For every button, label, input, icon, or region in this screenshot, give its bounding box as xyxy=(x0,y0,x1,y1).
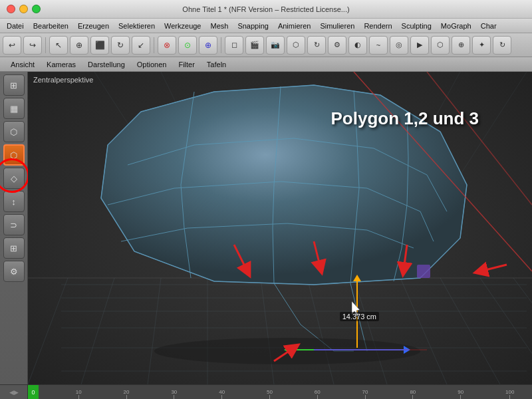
ruler-mark-100: 100 xyxy=(505,389,514,399)
ruler-mark-20: 20 xyxy=(124,389,130,399)
menu-item-animieren[interactable]: Animieren xyxy=(274,21,315,31)
menu-item-mesh[interactable]: Mesh xyxy=(206,21,232,31)
ruler-mark-10: 10 xyxy=(76,389,82,399)
toolbar-extra-3[interactable]: ⬡ xyxy=(287,36,305,55)
ruler-mark-70: 70 xyxy=(362,389,368,399)
gear-tool[interactable]: ⚙ xyxy=(3,261,25,282)
close-button[interactable] xyxy=(7,5,15,13)
ruler-origin: ◀▶ xyxy=(9,389,19,396)
menu-item-datei[interactable]: Datei xyxy=(3,21,28,31)
menu-item-snapping[interactable]: Snapping xyxy=(233,21,273,31)
toolbar-extra-11[interactable]: ⊕ xyxy=(452,36,470,55)
bottom-ruler: ◀▶ 01020304050607080901000 xyxy=(0,384,532,399)
undo-button[interactable]: ↩ xyxy=(3,36,21,55)
ruler-mark-60: 60 xyxy=(315,389,321,399)
toolbar-extra-12[interactable]: ✦ xyxy=(472,36,491,55)
ruler-mark-90: 90 xyxy=(458,389,464,399)
z-axis-button[interactable]: ⊕ xyxy=(199,36,217,55)
arrow-tool[interactable]: ↕ xyxy=(3,191,25,212)
menu-item-selektieren[interactable]: Selektieren xyxy=(114,21,159,31)
keyframe-indicator: 0 xyxy=(28,385,39,399)
menu-item-mograph[interactable]: MoGraph xyxy=(437,21,475,31)
toolbar-extra-4[interactable]: ↻ xyxy=(307,36,326,55)
measurement-label: 14.373 cm xyxy=(340,312,379,321)
toolbar-extra-8[interactable]: ◎ xyxy=(390,36,408,55)
checker-tool[interactable]: ▦ xyxy=(3,98,25,119)
toolbar-extra-6[interactable]: ◐ xyxy=(348,36,367,55)
menu-item-erzeugen[interactable]: Erzeugen xyxy=(74,21,113,31)
poly-tool[interactable]: ⬡ xyxy=(3,121,25,142)
menu-item-simulieren[interactable]: Simulieren xyxy=(316,21,358,31)
subtoolbar-item-filter[interactable]: Filter xyxy=(173,59,200,70)
maximize-button[interactable] xyxy=(32,5,41,13)
magnet-tool[interactable]: ⊃ xyxy=(3,214,25,235)
ruler-track: 01020304050607080901000 xyxy=(28,385,532,399)
toolbar-tool-3[interactable]: ↻ xyxy=(111,36,130,55)
toolbar-extra-7[interactable]: ~ xyxy=(369,36,388,55)
toolbar-extra-10[interactable]: ⬡ xyxy=(431,36,450,55)
grid-tool[interactable]: ⊞ xyxy=(3,237,25,259)
toolbar-extra-5[interactable]: ⚙ xyxy=(328,36,346,55)
toolbar-sep-1 xyxy=(45,37,46,53)
ruler-mark-30: 30 xyxy=(171,389,177,399)
viewport-label: Zentralperspektive xyxy=(33,76,94,84)
menu-item-rendern[interactable]: Rendern xyxy=(360,21,396,31)
ruler-mark-40: 40 xyxy=(219,389,225,399)
menu-item-sculpting[interactable]: Sculpting xyxy=(398,21,436,31)
toolbar-extra-0[interactable]: ◻ xyxy=(225,36,243,55)
diamond-tool[interactable]: ◇ xyxy=(3,168,25,189)
toolbar-tool-0[interactable]: ↖ xyxy=(49,36,68,55)
ruler-mark-50: 50 xyxy=(267,389,273,399)
main-area: ⊞▦⬡⬡◇↕⊃⊞⚙ Zentralperspektive xyxy=(0,72,532,384)
menu-item-werkzeuge[interactable]: Werkzeuge xyxy=(160,21,205,31)
ruler-mark-80: 80 xyxy=(410,389,416,399)
x-axis-button[interactable]: ⊗ xyxy=(158,36,176,55)
titlebar: Ohne Titel 1 * (NFR Version – Restricted… xyxy=(0,0,532,19)
window-controls[interactable] xyxy=(0,5,41,13)
toolbar-tool-2[interactable]: ⬛ xyxy=(90,36,109,55)
menubar: DateiBearbeitenErzeugenSelektierenWerkze… xyxy=(0,19,532,33)
toolbar-extra-1[interactable]: 🎬 xyxy=(245,36,264,55)
toolbar-extra-2[interactable]: 📷 xyxy=(266,36,285,55)
subtoolbar-item-kameras[interactable]: Kameras xyxy=(41,59,81,70)
main-toolbar: ↩↪↖⊕⬛↻↙⊗⊙⊕◻🎬📷⬡↻⚙◐~◎▶⬡⊕✦↻ xyxy=(0,33,532,57)
toolbar-tool-4[interactable]: ↙ xyxy=(132,36,150,55)
viewport[interactable]: Zentralperspektive xyxy=(28,72,532,384)
toolbar-sep-3 xyxy=(221,37,221,53)
toolbar-sep-2 xyxy=(154,37,154,53)
layout-tool[interactable]: ⊞ xyxy=(3,74,25,96)
object-tool[interactable]: ⬡ xyxy=(3,144,25,166)
toolbar-extra-9[interactable]: ▶ xyxy=(410,36,429,55)
toolbar-tool-1[interactable]: ⊕ xyxy=(70,36,88,55)
subtoolbar-item-tafeln[interactable]: Tafeln xyxy=(201,59,231,70)
minimize-button[interactable] xyxy=(19,5,28,13)
menu-item-char[interactable]: Char xyxy=(477,21,501,31)
svg-rect-34 xyxy=(417,265,430,278)
viewport-toolbar: AnsichtKamerasDarstellungOptionenFilterT… xyxy=(0,57,532,72)
subtoolbar-item-optionen[interactable]: Optionen xyxy=(132,59,172,70)
redo-button[interactable]: ↪ xyxy=(23,36,42,55)
menu-item-bearbeiten[interactable]: Bearbeiten xyxy=(29,21,72,31)
y-axis-button[interactable]: ⊙ xyxy=(178,36,197,55)
polygon-annotation: Polygon 1,2 und 3 xyxy=(331,108,479,129)
window-title: Ohne Titel 1 * (NFR Version – Restricted… xyxy=(182,5,349,13)
subtoolbar-item-ansicht[interactable]: Ansicht xyxy=(5,59,40,70)
toolbar-extra-13[interactable]: ↻ xyxy=(493,36,511,55)
subtoolbar-item-darstellung[interactable]: Darstellung xyxy=(82,59,130,70)
left-sidebar: ⊞▦⬡⬡◇↕⊃⊞⚙ xyxy=(0,72,28,384)
